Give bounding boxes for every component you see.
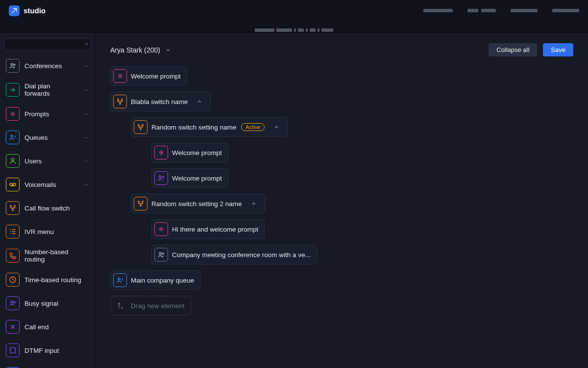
chevron-right-icon: → xyxy=(82,62,89,70)
sidebar-item-prompts[interactable]: Prompts → xyxy=(4,104,91,124)
sidebar-item-label[interactable]: Label xyxy=(4,364,91,368)
drag-target[interactable]: Drag new element xyxy=(110,296,191,315)
svg-point-16 xyxy=(120,103,121,105)
users-icon xyxy=(6,296,20,310)
sidebar-item-label: IVR menu xyxy=(24,228,54,236)
sidebar-item-dtmf-input[interactable]: DTMF input xyxy=(4,341,91,360)
voicemail-icon xyxy=(6,178,20,191)
active-badge: Active xyxy=(241,123,265,131)
audio-wave-icon xyxy=(154,222,168,236)
workspace-selector[interactable]: Arya Stark (200) xyxy=(110,46,171,54)
svg-point-27 xyxy=(118,278,120,280)
flow-node-queue[interactable]: Main company queue xyxy=(110,270,200,290)
collapse-toggle[interactable] xyxy=(195,97,204,106)
chevron-right-icon: → xyxy=(82,157,89,165)
svg-point-7 xyxy=(14,206,16,207)
flow-node-prompt[interactable]: Welcome prompt xyxy=(110,66,187,86)
flow-node-conference[interactable]: Company meeting conference room with a v… xyxy=(151,245,317,264)
chevron-right-icon: → xyxy=(82,86,89,94)
node-label: Hi there and welcome prompt xyxy=(172,226,258,233)
sidebar-item-conferences[interactable]: Conferences → xyxy=(4,56,91,76)
branch-icon xyxy=(6,201,20,215)
node-label: Main company queue xyxy=(131,277,194,284)
topbar-placeholder xyxy=(511,9,538,12)
sidebar-item-call-end[interactable]: Call end xyxy=(4,317,91,337)
workspace-label: Arya Stark (200) xyxy=(110,46,160,54)
svg-point-14 xyxy=(118,99,119,101)
sidebar-item-label: Number-based routing xyxy=(24,248,89,263)
sidebar-item-label: Dial plan forwards xyxy=(24,82,77,97)
topbar-placeholder xyxy=(552,9,579,12)
sidebar-item-label: Call flow switch xyxy=(24,205,70,212)
sidebar-item-time-routing[interactable]: Time-based routing xyxy=(4,270,91,289)
chevron-down-icon xyxy=(165,47,171,53)
sidebar-item-users[interactable]: Users → xyxy=(4,151,91,171)
topbar-placeholder xyxy=(423,9,453,12)
branch-icon xyxy=(134,120,147,134)
conference-icon xyxy=(154,248,168,262)
sidebar: × Conferences → Dial plan forwards → Pro… xyxy=(0,32,96,368)
svg-point-5 xyxy=(13,183,16,185)
sidebar-item-ivr-menu[interactable]: IVR menu xyxy=(4,222,91,241)
main-header: Arya Stark (200) Collapse all Save xyxy=(110,43,573,56)
flow-node-prompt[interactable]: Hi there and welcome prompt xyxy=(151,219,265,239)
keypad-icon xyxy=(6,343,20,357)
brand[interactable]: studio xyxy=(9,5,46,16)
svg-point-24 xyxy=(140,205,142,207)
users-icon xyxy=(154,171,168,185)
sidebar-item-label: Busy signal xyxy=(24,300,58,307)
svg-point-18 xyxy=(142,125,144,126)
sidebar-item-number-routing[interactable]: Number-based routing xyxy=(4,245,91,266)
sidebar-item-voicemails[interactable]: Voicemails → xyxy=(4,175,91,194)
collapse-toggle[interactable] xyxy=(271,122,281,132)
node-label: Welcome prompt xyxy=(172,175,222,182)
svg-point-2 xyxy=(11,135,13,137)
sidebar-item-label: Call end xyxy=(24,323,49,331)
svg-point-22 xyxy=(138,201,140,203)
topbar-placeholder-group xyxy=(467,9,496,12)
flow-node-prompt[interactable]: Welcome prompt xyxy=(151,168,228,188)
collapse-all-button[interactable]: Collapse all xyxy=(489,43,537,56)
svg-point-20 xyxy=(159,176,161,178)
sidebar-item-dial-plan-forwards[interactable]: Dial plan forwards → xyxy=(4,79,91,100)
node-label: Welcome prompt xyxy=(172,149,222,157)
sidebar-item-label: Conferences xyxy=(24,62,62,70)
svg-point-8 xyxy=(12,210,14,211)
forward-icon xyxy=(6,83,20,97)
drag-icon xyxy=(113,299,127,313)
node-label: Random switch setting name xyxy=(151,124,236,131)
svg-point-21 xyxy=(163,177,164,178)
flow-node-switch[interactable]: Blabla switch name xyxy=(110,92,211,111)
node-label: Company meeting conference room with a v… xyxy=(172,251,311,259)
sidebar-item-label: Queues xyxy=(24,134,48,141)
conference-icon xyxy=(6,59,20,73)
chevron-right-icon: → xyxy=(82,110,89,118)
brand-icon xyxy=(9,5,20,16)
clear-search-icon[interactable]: × xyxy=(85,41,88,48)
flow-node-prompt[interactable]: Welcome prompt xyxy=(151,143,228,162)
sidebar-item-busy-signal[interactable]: Busy signal xyxy=(4,293,91,313)
sidebar-item-label: Users xyxy=(24,158,42,165)
phone-icon xyxy=(6,249,20,263)
chevron-right-icon: → xyxy=(82,181,89,188)
node-label: Random switch setting 2 name xyxy=(151,200,242,208)
audio-wave-icon xyxy=(154,146,168,159)
collapse-toggle[interactable] xyxy=(249,199,259,209)
sidebar-item-call-flow-switch[interactable]: Call flow switch xyxy=(4,198,91,218)
node-label: Welcome prompt xyxy=(131,73,181,80)
save-button[interactable]: Save xyxy=(543,43,573,56)
search-input[interactable] xyxy=(4,38,91,51)
svg-point-11 xyxy=(14,301,15,303)
sub-bar xyxy=(0,22,588,32)
flow-node-switch-setting[interactable]: Random switch setting name Active xyxy=(131,117,288,137)
svg-point-17 xyxy=(138,125,140,126)
svg-rect-12 xyxy=(10,348,16,353)
svg-point-1 xyxy=(14,64,15,65)
main-canvas: Arya Stark (200) Collapse all Save Welco… xyxy=(96,32,588,368)
node-label: Drag new element xyxy=(131,302,185,310)
sidebar-item-label: DTMF input xyxy=(24,347,59,354)
sidebar-item-queues[interactable]: Queues → xyxy=(4,128,91,147)
sidebar-item-label: Prompts xyxy=(24,110,49,118)
flow-node-switch-setting[interactable]: Random switch setting 2 name xyxy=(131,194,265,213)
list-icon xyxy=(6,225,20,238)
